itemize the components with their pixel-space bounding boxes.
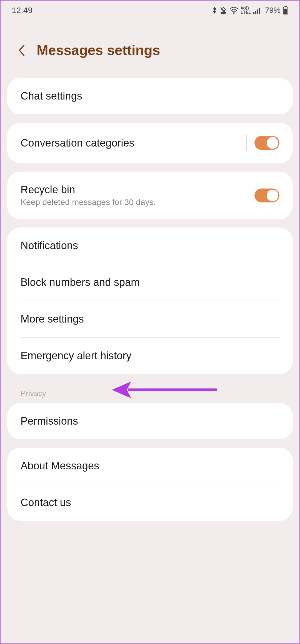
- vibrate-icon: [219, 6, 227, 14]
- content: Chat settings Conversation categories Re…: [1, 78, 299, 521]
- chevron-left-icon: [17, 44, 26, 57]
- card-about-group: About Messages Contact us: [7, 448, 293, 521]
- row-conversation-categories[interactable]: Conversation categories: [7, 123, 293, 163]
- row-emergency-alert[interactable]: Emergency alert history: [7, 338, 293, 374]
- row-notifications[interactable]: Notifications: [7, 227, 293, 264]
- recycle-bin-subtitle: Keep deleted messages for 30 days.: [21, 197, 156, 207]
- signal-icon: [253, 7, 262, 14]
- recycle-bin-toggle[interactable]: [254, 189, 279, 202]
- page-title: Messages settings: [37, 42, 160, 58]
- svg-rect-8: [284, 9, 287, 14]
- about-messages-label: About Messages: [21, 460, 99, 472]
- bluetooth-icon: [212, 6, 217, 14]
- svg-point-1: [233, 13, 235, 14]
- notifications-label: Notifications: [21, 240, 78, 252]
- row-about-messages[interactable]: About Messages: [7, 448, 293, 484]
- recycle-bin-label: Recycle bin: [21, 184, 156, 196]
- toggle-wrap: [246, 135, 279, 151]
- more-settings-label: More settings: [21, 313, 84, 325]
- card-more-group: Notifications Block numbers and spam Mor…: [7, 227, 293, 374]
- battery-percent: 79%: [265, 6, 281, 15]
- privacy-section-label: Privacy: [7, 382, 293, 403]
- chat-settings-label: Chat settings: [21, 90, 82, 102]
- svg-rect-3: [255, 11, 256, 14]
- toggle-wrap: [254, 189, 279, 202]
- card-chat-settings: Chat settings: [7, 78, 293, 114]
- svg-rect-4: [257, 9, 258, 14]
- row-contact-us[interactable]: Contact us: [7, 484, 293, 521]
- back-button[interactable]: [17, 44, 26, 57]
- wifi-icon: [229, 7, 238, 14]
- contact-us-label: Contact us: [21, 497, 71, 509]
- header: Messages settings: [1, 20, 299, 78]
- card-recycle-bin: Recycle bin Keep deleted messages for 30…: [7, 172, 293, 219]
- status-icons: Vo))LTE1 79%: [212, 6, 288, 15]
- row-more-settings[interactable]: More settings: [7, 301, 293, 337]
- toggle-knob: [267, 190, 278, 201]
- svg-rect-5: [259, 8, 260, 14]
- conversation-categories-toggle[interactable]: [254, 136, 279, 150]
- row-block-numbers[interactable]: Block numbers and spam: [7, 264, 293, 301]
- row-recycle-bin[interactable]: Recycle bin Keep deleted messages for 30…: [7, 172, 293, 219]
- emergency-alert-label: Emergency alert history: [21, 350, 131, 362]
- svg-rect-2: [253, 12, 254, 14]
- row-chat-settings[interactable]: Chat settings: [7, 78, 293, 114]
- conversation-categories-label: Conversation categories: [21, 137, 134, 149]
- card-conversation-categories: Conversation categories: [7, 123, 293, 163]
- battery-icon: [283, 6, 288, 14]
- toggle-knob: [267, 137, 278, 149]
- card-permissions: Permissions: [7, 403, 293, 439]
- volte-icon: Vo))LTE1: [241, 6, 251, 15]
- toggle-divider: [246, 135, 247, 151]
- permissions-label: Permissions: [21, 415, 78, 427]
- status-bar: 12:49 Vo))LTE1 79%: [1, 1, 299, 20]
- block-numbers-label: Block numbers and spam: [21, 276, 140, 288]
- status-time: 12:49: [12, 6, 32, 15]
- row-permissions[interactable]: Permissions: [7, 403, 293, 439]
